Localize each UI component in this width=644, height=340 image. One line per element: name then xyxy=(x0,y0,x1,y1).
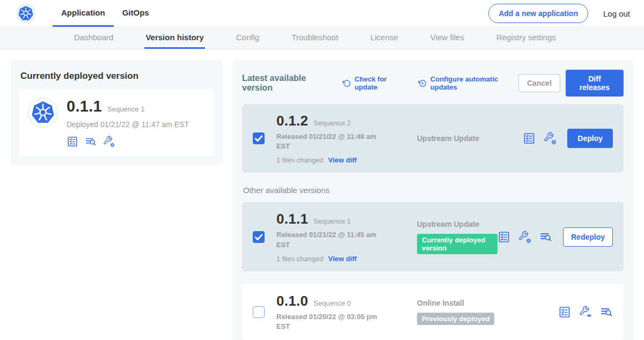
files-changed-label: 1 files changed xyxy=(276,255,323,263)
subnav-tab-view-files[interactable]: View files xyxy=(429,27,465,49)
sequence-label: Sequence 2 xyxy=(313,119,350,127)
main-content: Currently deployed version 0.1.1 Sequenc… xyxy=(0,49,644,340)
configure-automatic-updates-label: Configure automatic updates xyxy=(430,75,518,91)
subnav-tab-dashboard[interactable]: Dashboard xyxy=(73,27,114,49)
release-notes-icon[interactable] xyxy=(497,231,510,243)
subnav-tab-version-history[interactable]: Version history xyxy=(144,27,204,49)
version-source: Upstream Update xyxy=(391,134,523,143)
version-history-panel: Latest available version Check for updat… xyxy=(232,60,633,340)
source-label: Upstream Update xyxy=(417,134,523,143)
deploy-logs-icon[interactable] xyxy=(539,231,552,243)
version-actions: Deploy xyxy=(523,129,613,148)
subnav-tab-registry-settings[interactable]: Registry settings xyxy=(495,27,557,49)
source-label: Upstream Update xyxy=(417,220,497,228)
other-versions-title: Other available versions xyxy=(243,186,624,195)
released-timestamp: Released 01/21/22 @ 11:45 am EST xyxy=(276,230,379,249)
release-notes-icon[interactable] xyxy=(558,306,571,319)
source-label: Online Install xyxy=(417,299,558,307)
currently-deployed-badge: Currently deployed version xyxy=(417,234,497,254)
kubernetes-app-icon xyxy=(28,98,58,128)
released-timestamp: Released 01/20/22 @ 03:05 pm EST xyxy=(276,312,379,331)
sequence-label: Sequence 1 xyxy=(313,217,350,225)
release-notes-icon[interactable] xyxy=(523,132,536,145)
version-actions xyxy=(558,306,613,319)
schedule-update-icon xyxy=(418,79,427,88)
subnav-tab-license[interactable]: License xyxy=(369,27,399,49)
version-row-0-1-1: 0.1.1 Sequence 1 Released 01/21/22 @ 11:… xyxy=(242,202,624,271)
version-actions: Redeploy xyxy=(497,227,613,247)
edit-config-icon[interactable] xyxy=(103,136,115,147)
top-nav-right: Add a new application Log out xyxy=(488,0,630,27)
version-checkbox-0-1-0[interactable] xyxy=(253,306,265,318)
check-for-update-link[interactable]: Check for update xyxy=(342,75,406,91)
latest-version-header: Latest available version Check for updat… xyxy=(242,70,624,97)
kubernetes-logo-icon xyxy=(16,4,35,23)
deployed-version-info: 0.1.1 Sequence 1 Deployed 01/21/22 @ 11:… xyxy=(67,98,189,147)
edit-config-icon[interactable] xyxy=(544,132,557,145)
tab-gitops[interactable]: GitOps xyxy=(114,0,158,27)
diff-releases-button[interactable]: Diff releases xyxy=(566,70,624,97)
check-for-update-label: Check for update xyxy=(355,75,407,91)
latest-version-title: Latest available version xyxy=(242,73,331,93)
deploy-logs-icon[interactable] xyxy=(85,136,97,147)
version-row-0-1-2: 0.1.2 Sequence 2 Released 01/21/22 @ 11:… xyxy=(242,104,624,173)
version-number: 0.1.1 xyxy=(276,211,308,227)
logout-link[interactable]: Log out xyxy=(603,9,630,18)
version-row-0-1-0: 0.1.0 Sequence 0 Released 01/20/22 @ 03:… xyxy=(242,284,624,340)
edit-config-icon[interactable] xyxy=(518,231,531,243)
currently-deployed-card: 0.1.1 Sequence 1 Deployed 01/21/22 @ 11:… xyxy=(19,89,214,156)
version-number: 0.1.0 xyxy=(276,293,308,309)
version-info-0-1-1: 0.1.1 Sequence 1 Released 01/21/22 @ 11:… xyxy=(276,211,391,262)
view-diff-link[interactable]: View diff xyxy=(328,156,356,164)
view-diff-link[interactable]: View diff xyxy=(328,255,356,263)
deployed-timestamp: Deployed 01/21/22 @ 11:47 am EST xyxy=(67,120,189,129)
version-checkbox-0-1-1[interactable] xyxy=(253,231,265,243)
files-changed-label: 1 files changed xyxy=(276,156,323,164)
view-config-icon[interactable] xyxy=(579,306,592,319)
deploy-button[interactable]: Deploy xyxy=(567,129,613,148)
version-info-0-1-2: 0.1.2 Sequence 2 Released 01/21/22 @ 11:… xyxy=(276,113,391,164)
version-info-0-1-0: 0.1.0 Sequence 0 Released 01/20/22 @ 03:… xyxy=(276,293,391,331)
app-sub-nav: Dashboard Version history Config Trouble… xyxy=(0,27,644,49)
cancel-button[interactable]: Cancel xyxy=(518,74,560,92)
release-notes-icon[interactable] xyxy=(67,136,78,147)
subnav-tab-config[interactable]: Config xyxy=(235,27,260,49)
version-number: 0.1.2 xyxy=(276,113,308,129)
deploy-logs-icon[interactable] xyxy=(600,306,613,319)
add-new-application-button[interactable]: Add a new application xyxy=(488,4,588,23)
subnav-tab-troubleshoot[interactable]: Troubleshoot xyxy=(290,27,339,49)
version-checkbox-0-1-2[interactable] xyxy=(253,132,265,144)
top-nav-tabs: Application GitOps xyxy=(53,0,158,27)
refresh-icon xyxy=(342,79,350,88)
sequence-label: Sequence 0 xyxy=(313,299,350,307)
version-source: Online Install Previously deployed xyxy=(391,299,558,325)
deployed-version-number: 0.1.1 xyxy=(67,98,102,115)
version-source: Upstream Update Currently deployed versi… xyxy=(391,220,497,254)
currently-deployed-panel: Currently deployed version 0.1.1 Sequenc… xyxy=(11,60,223,165)
top-nav: Application GitOps Add a new application… xyxy=(0,0,644,27)
released-timestamp: Released 01/21/22 @ 11:48 am EST xyxy=(276,132,379,151)
previously-deployed-badge: Previously deployed xyxy=(417,313,494,325)
tab-application[interactable]: Application xyxy=(53,0,114,27)
currently-deployed-title: Currently deployed version xyxy=(20,71,214,82)
configure-automatic-updates-link[interactable]: Configure automatic updates xyxy=(418,75,518,91)
redeploy-button[interactable]: Redeploy xyxy=(563,227,613,247)
deployed-sequence-label: Sequence 1 xyxy=(107,105,144,113)
